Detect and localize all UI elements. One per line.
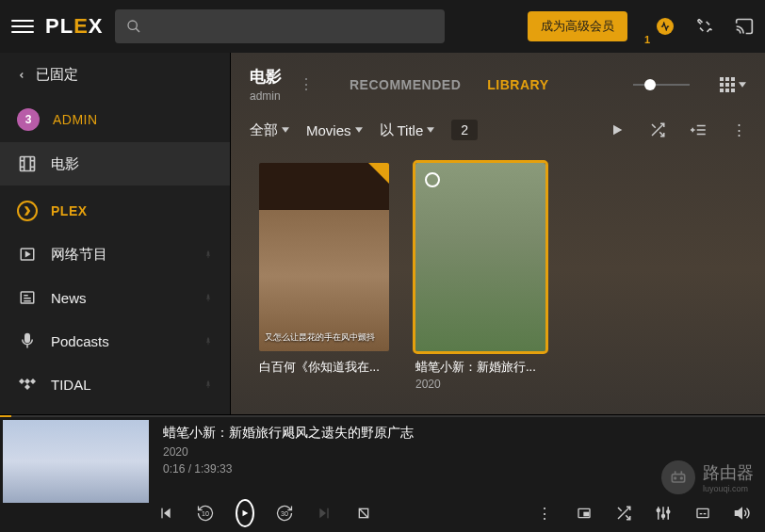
poster-year: 2020	[415, 378, 545, 391]
mic-icon	[17, 330, 38, 351]
svg-marker-21	[24, 379, 30, 384]
poster-card[interactable]: 又怎么让昆花的手在风中颤抖 白百何《你知道我在...	[259, 163, 389, 391]
progress-bar[interactable]	[0, 415, 765, 417]
poster-image	[415, 163, 545, 351]
svg-marker-11	[26, 252, 30, 257]
sidebar-item-tidal[interactable]: TIDAL	[0, 363, 230, 406]
player-bar: 蜡笔小新：新婚旅行飓风之遗失的野原广志 2020 0:16 / 1:39:33 …	[0, 414, 765, 532]
back-label: 已固定	[36, 66, 78, 84]
svg-marker-27	[355, 127, 363, 132]
filter-label: 以	[380, 121, 394, 139]
poster-title: 蜡笔小新：新婚旅行...	[415, 359, 545, 376]
content-area: 电影 admin ⋮ RECOMMENDED LIBRARY 全部 Movies…	[231, 53, 765, 414]
filter-all[interactable]: 全部	[250, 121, 289, 139]
equalizer-button[interactable]	[654, 504, 673, 523]
sidebar-user[interactable]: 3 ADMIN	[0, 97, 230, 142]
search-input[interactable]	[115, 9, 445, 43]
stop-button[interactable]	[354, 504, 373, 523]
film-icon	[17, 153, 38, 174]
library-owner: admin	[250, 89, 282, 103]
svg-point-55	[667, 510, 670, 513]
svg-marker-41	[319, 508, 326, 519]
svg-rect-2	[21, 157, 35, 171]
filter-sort[interactable]: 以 Title	[380, 121, 435, 139]
prev-button[interactable]	[156, 504, 175, 523]
player-more-button[interactable]: ⋮	[535, 504, 554, 523]
tab-recommended[interactable]: RECOMMENDED	[350, 77, 461, 92]
more-button[interactable]: ⋮	[732, 121, 746, 138]
svg-marker-25	[739, 82, 746, 87]
menu-button[interactable]	[11, 15, 34, 38]
logo-text: X	[89, 14, 104, 39]
sidebar-item-podcasts[interactable]: Podcasts	[0, 319, 230, 363]
pin-icon	[203, 248, 213, 261]
player-time: 0:16 / 1:39:33	[163, 462, 754, 476]
play-all-button[interactable]	[610, 122, 625, 137]
add-to-button[interactable]	[691, 121, 708, 138]
back-button[interactable]: 已固定	[0, 53, 230, 97]
zoom-slider[interactable]	[633, 84, 690, 86]
svg-point-0	[128, 21, 137, 29]
filter-type[interactable]: Movies	[306, 122, 363, 138]
forward-button[interactable]: 30	[275, 504, 294, 523]
svg-line-49	[618, 508, 622, 511]
svg-marker-40	[243, 510, 249, 517]
sidebar-item-news[interactable]: News	[0, 276, 230, 319]
avatar: 3	[17, 108, 40, 131]
grid-view-button[interactable]	[720, 77, 746, 92]
news-icon	[17, 287, 38, 308]
svg-rect-39	[161, 508, 162, 519]
subtitle-button[interactable]	[693, 504, 712, 523]
svg-marker-20	[19, 379, 24, 384]
svg-rect-18	[25, 334, 30, 343]
svg-rect-56	[697, 508, 708, 517]
sidebar-item-movies[interactable]: 电影	[0, 142, 230, 185]
chevron-down-icon	[282, 127, 289, 133]
pin-icon	[203, 378, 213, 391]
filter-label: Title	[398, 122, 424, 138]
grid-icon	[720, 77, 735, 92]
next-button[interactable]	[315, 504, 334, 523]
sidebar-item-webshows[interactable]: 网络节目	[0, 233, 230, 276]
activity-icon[interactable]: 1	[656, 17, 675, 36]
chevron-down-icon	[355, 127, 363, 133]
svg-marker-29	[613, 125, 622, 136]
user-name: ADMIN	[53, 112, 98, 127]
sidebar-item-label: TIDAL	[51, 377, 91, 393]
svg-rect-46	[584, 512, 589, 515]
settings-icon[interactable]	[695, 17, 714, 36]
plex-logo[interactable]: PLEX	[45, 14, 104, 39]
sidebar-item-label: News	[51, 290, 87, 306]
rewind-button[interactable]: 10	[196, 504, 215, 523]
shuffle-button[interactable]	[649, 121, 666, 138]
library-menu-icon[interactable]: ⋮	[299, 75, 314, 93]
cast-icon[interactable]	[735, 17, 754, 36]
tidal-icon	[17, 374, 38, 395]
player-thumbnail[interactable]	[3, 420, 149, 503]
plex-icon	[17, 201, 38, 221]
activity-badge: 1	[644, 34, 650, 45]
chevron-down-icon	[739, 82, 746, 88]
tab-library[interactable]: LIBRARY	[487, 77, 548, 92]
play-button[interactable]	[236, 504, 254, 523]
svg-marker-26	[282, 127, 289, 132]
poster-title: 白百何《你知道我在...	[259, 359, 389, 376]
unwatched-flag	[368, 163, 389, 184]
svg-marker-9	[24, 206, 30, 216]
sidebar-item-label: 网络节目	[51, 246, 107, 264]
filter-label: 全部	[250, 121, 278, 139]
shuffle-button[interactable]	[614, 504, 633, 523]
poster-card[interactable]: 蜡笔小新：新婚旅行... 2020	[415, 163, 545, 391]
svg-marker-59	[736, 508, 742, 519]
player-year: 2020	[163, 445, 754, 459]
plex-section[interactable]: PLEX	[0, 185, 230, 233]
premium-button[interactable]: 成为高级会员	[528, 11, 627, 41]
logo-text: PL	[45, 14, 73, 39]
pip-button[interactable]	[575, 504, 594, 523]
volume-button[interactable]	[733, 504, 752, 523]
svg-line-1	[136, 28, 139, 32]
poster-overlay-text: 又怎么让昆花的手在风中颤抖	[265, 331, 383, 344]
library-title: 电影	[250, 66, 282, 88]
svg-marker-38	[164, 508, 171, 519]
svg-marker-23	[24, 384, 30, 390]
